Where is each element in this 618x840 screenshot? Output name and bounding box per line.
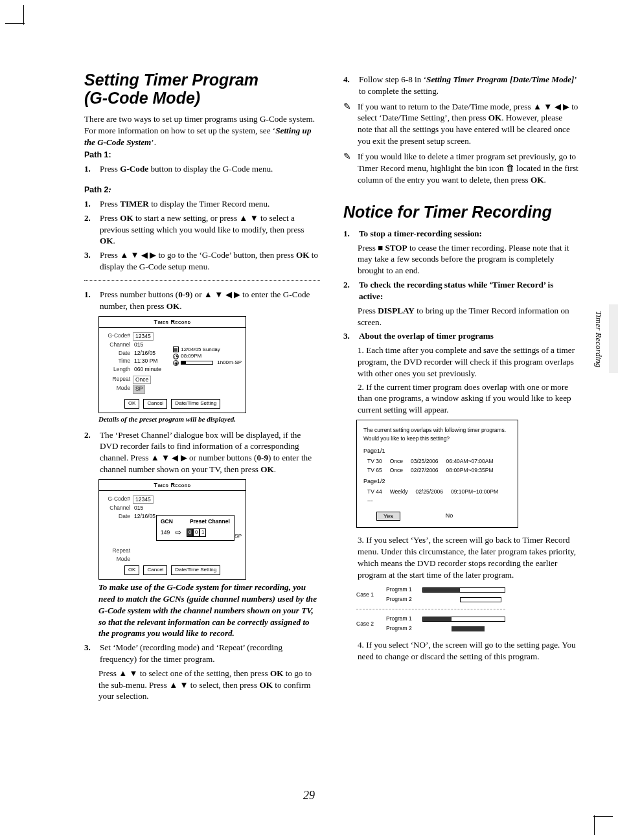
separator-dotted	[84, 280, 320, 281]
osd-cancel-button: Cancel	[143, 565, 167, 575]
osd-datetime-button: Date/Time Setting	[171, 399, 220, 409]
page-number: 29	[0, 789, 618, 802]
overlap-dialog: The current setting overlaps with follow…	[356, 420, 518, 528]
heading-line2: (G-Code Mode)	[84, 89, 200, 107]
gcn-note: To make use of the G-Code system for tim…	[84, 582, 320, 639]
notice3-4: 4. If you select ‘NO’, the screen will g…	[343, 639, 579, 663]
trash-icon: 🗑	[506, 163, 514, 173]
notice3-3: 3. If you select ‘Yes’, the screen will …	[343, 534, 579, 580]
step3: 3. Set ‘Mode’ (recording mode) and ‘Repe…	[84, 642, 320, 665]
fig1-caption: Details of the preset program will be di…	[98, 414, 320, 424]
notice1: 1. To stop a timer-recording session:	[343, 228, 579, 240]
p2-step2: 2. Press OK to start a new setting, or p…	[84, 212, 320, 247]
osd-figure-2: Timer Record G-Code#12345 Channel015 Dat…	[98, 479, 246, 580]
path2-label: Path 2:	[84, 184, 320, 196]
p1-step1: 1. Press G-Code button to display the G-…	[84, 163, 320, 175]
progress-bar	[181, 361, 213, 365]
step1: 1. Press number buttons (0-9) or ▲ ▼ ◀ ▶…	[84, 289, 320, 312]
notice3-2: 2. If the current timer program does ove…	[343, 381, 579, 416]
note1: ✎ If you want to return to the Date/Time…	[343, 101, 579, 147]
note-icon: ✎	[343, 101, 352, 147]
osd-datetime-button: Date/Time Setting	[171, 565, 220, 575]
notice3: 3. About the overlap of timer programs	[343, 330, 579, 342]
disc-icon: ◉	[173, 360, 179, 366]
osd-ok-button: OK	[124, 399, 140, 409]
osd-cancel-button: Cancel	[143, 399, 167, 409]
clock-icon: ◔	[173, 354, 179, 359]
notice2-body: Press DISPLAY to bring up the Timer Reco…	[343, 305, 579, 328]
notice2: 2. To check the recording status while ‘…	[343, 279, 579, 302]
note-icon: ✎	[343, 151, 352, 185]
preset-channel-popup: GCNPreset Channel 149 ⇨ 001	[156, 515, 235, 541]
heading-line1: Setting Timer Program	[84, 71, 258, 89]
step3-detail: Press ▲ ▼ to select one of the setting, …	[84, 668, 320, 702]
dialog-no-button: No	[439, 512, 460, 521]
step2: 2. The ‘Preset Channel’ dialogue box wil…	[84, 429, 320, 475]
note2: ✎ If you would like to delete a timer pr…	[343, 151, 579, 185]
intro: There are two ways to set up timer progr…	[84, 113, 320, 148]
notice3-1: 1. Each time after you complete and save…	[343, 345, 579, 379]
step4: 4. Follow step 6-8 in ‘Setting Timer Pro…	[343, 74, 579, 97]
right-column: 4. Follow step 6-8 in ‘Setting Timer Pro…	[343, 71, 579, 782]
notice1-body: Press ■ STOP to cease the timer recordin…	[343, 242, 579, 277]
section-heading: Setting Timer Program (G-Code Mode)	[84, 71, 320, 107]
calendar-icon: ▦	[173, 346, 179, 352]
side-tab	[609, 304, 618, 373]
section-heading-2: Notice for Timer Recording	[343, 203, 579, 221]
p2-step1: 1. Press TIMER to display the Timer Reco…	[84, 198, 320, 210]
p2-step3: 3. Press ▲ ▼ ◀ ▶ to go to the ‘G-Code’ b…	[84, 249, 320, 273]
side-section-label: Timer Recording	[593, 311, 604, 367]
dialog-yes-button: Yes	[376, 512, 400, 521]
osd-figure-1: Timer Record G-Code#12345 Channel015 Dat…	[98, 316, 246, 413]
timeline-figure: Case 1 Program 1 Program 2 Case 2 Progra…	[356, 584, 505, 634]
path1-label: Path 1:	[84, 150, 320, 161]
osd-ok-button: OK	[124, 565, 140, 575]
arrow-right-icon: ⇨	[175, 527, 181, 538]
left-column: Setting Timer Program (G-Code Mode) Ther…	[84, 71, 320, 782]
